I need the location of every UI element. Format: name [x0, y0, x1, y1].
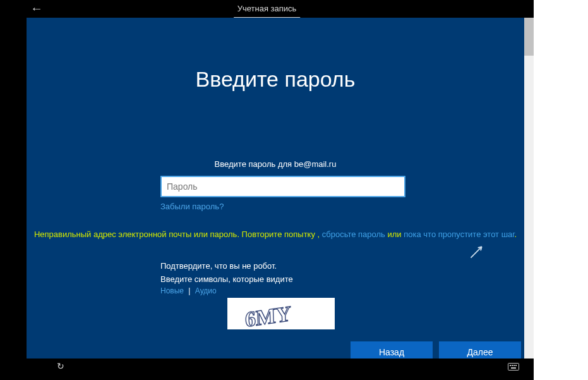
error-dot: . [514, 230, 517, 239]
captcha-link-separator: | [186, 286, 193, 295]
captcha-instruction-1: Подтвердите, что вы не робот. [160, 261, 293, 271]
skip-step-link[interactable]: пока что пропустите этот шаг [404, 230, 514, 239]
svg-rect-3 [513, 365, 515, 366]
scrollbar-thumb[interactable] [524, 18, 534, 56]
error-comma: , [315, 230, 322, 239]
captcha-image: 6MY [227, 298, 335, 329]
svg-rect-1 [510, 365, 511, 366]
captcha-instruction-2: Введите символы, которые видите [160, 274, 293, 284]
ease-of-access-icon[interactable]: ↻ [57, 361, 64, 371]
content-pane: Введите пароль Введите пароль для be@mai… [27, 18, 524, 359]
scrollbar-track[interactable] [524, 18, 534, 359]
captcha-audio-link[interactable]: Аудио [195, 286, 217, 295]
bottom-bar: ↻ [27, 359, 524, 374]
password-input[interactable] [160, 176, 405, 197]
title-bar: ← Учетная запись [0, 0, 534, 18]
error-text-part1: Неправильный адрес электронной почты или… [34, 230, 315, 239]
svg-rect-0 [508, 364, 519, 371]
captcha-new-link[interactable]: Новые [160, 286, 184, 295]
oobe-window: ← Учетная запись Введите пароль Введите … [0, 0, 534, 380]
svg-rect-5 [511, 367, 516, 369]
page-title: Введите пароль [27, 67, 524, 92]
svg-rect-4 [515, 365, 517, 366]
keyboard-icon[interactable] [508, 363, 519, 371]
error-or: или [385, 230, 404, 239]
back-arrow-icon[interactable]: ← [30, 2, 43, 15]
svg-rect-2 [512, 365, 513, 366]
instruction-text: Введите пароль для be@mail.ru [27, 159, 524, 169]
error-message: Неправильный адрес электронной почты или… [27, 230, 524, 239]
captcha-text: 6MY [244, 302, 291, 329]
reset-password-link[interactable]: сбросьте пароль [322, 230, 385, 239]
tab-account[interactable]: Учетная запись [234, 3, 301, 18]
forgot-password-link[interactable]: Забыли пароль? [160, 202, 224, 211]
captcha-links: Новые | Аудио [160, 286, 293, 295]
captcha-section: Подтвердите, что вы не робот. Введите си… [160, 261, 293, 295]
annotation-arrow-icon [469, 243, 485, 260]
